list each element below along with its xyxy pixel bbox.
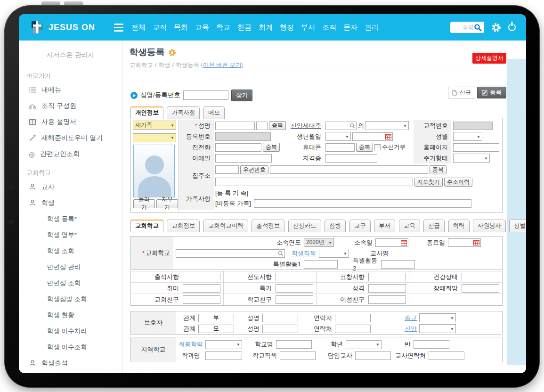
sidebar-item-student-completion-search[interactable]: 학생 이수조회 [19, 339, 122, 355]
guardian1-religion-select[interactable]: ▼ [419, 313, 456, 322]
faith-link[interactable]: 신앙 [393, 325, 417, 333]
menu-item[interactable]: 조직 [321, 21, 338, 34]
faith-head-link[interactable]: 신앙세대주 [291, 122, 321, 130]
school-friend-input[interactable] [276, 295, 313, 304]
menu-item[interactable]: 학교 [215, 21, 232, 34]
student-role-select[interactable]: ▼ [319, 249, 349, 258]
email-input[interactable] [215, 154, 272, 163]
guardian2-faith-select[interactable]: ▼ [419, 324, 456, 333]
guardian2-contact-input[interactable] [335, 325, 371, 333]
member-type-select[interactable]: 새가족 ▼ [133, 121, 176, 130]
school-name-input[interactable] [276, 340, 312, 349]
register-button[interactable]: 등록 [477, 87, 506, 98]
religion-link[interactable]: 종교 [393, 314, 417, 322]
tab-church-school-history[interactable]: 교회학교이력 [203, 220, 248, 232]
detailed-manual-button[interactable]: 상세설명서 [472, 53, 506, 64]
tab-church-school[interactable]: 교회학교 [130, 220, 163, 232]
menu-item[interactable]: 목회 [172, 21, 189, 34]
global-search[interactable] [450, 22, 484, 33]
tab-department[interactable]: 부서 [374, 220, 395, 232]
sidebar-item-class-assign-search[interactable]: 반편성 조회 [19, 275, 122, 291]
sidebar-item-user-manual[interactable]: 사용 설명서 [19, 114, 122, 130]
refuse-receive-checkbox[interactable] [374, 144, 381, 150]
sidebar-item-quick-member-lookup[interactable]: ◎ 간편교인조회 [19, 146, 122, 162]
menu-item[interactable]: 교적 [151, 21, 168, 34]
member-subtype-select[interactable]: ▼ [133, 133, 176, 142]
church-friend-input[interactable] [183, 295, 220, 304]
menu-item[interactable]: 전체 [130, 21, 147, 34]
guardian1-contact-input[interactable] [335, 314, 371, 322]
guardian1-name-input[interactable] [262, 314, 298, 322]
breadcrumb-item[interactable]: 교회학교 [130, 62, 153, 68]
hobby-input[interactable] [183, 284, 220, 293]
menu-item[interactable]: 관리 [363, 21, 380, 34]
tab-volunteer[interactable]: 자원봉사 [473, 220, 506, 232]
sidebar-item-student-search[interactable]: 학생 조회 [19, 243, 122, 259]
attendance-note-input[interactable] [183, 273, 220, 281]
new-button[interactable]: 신규 [448, 87, 475, 98]
mobile-duplicate-button[interactable]: 중복 [356, 143, 373, 152]
photo-delete-button[interactable]: 지우기 [156, 199, 178, 208]
address2-input[interactable] [215, 178, 413, 186]
sidebar-item-student-status[interactable]: 학생 현황 [19, 307, 122, 323]
birth-calendar-icon[interactable] [385, 133, 391, 139]
find-button[interactable]: 찾기 [231, 90, 252, 101]
tab-personal-info[interactable]: 개인정보 [130, 106, 163, 119]
tab-attendance-info[interactable]: 출석정보 [252, 220, 284, 232]
evangelism-input[interactable] [276, 273, 313, 281]
sidebar-item-student-completion-process[interactable]: 학생 이수처리 [19, 323, 122, 339]
other-friend-input[interactable] [368, 295, 406, 304]
homepage-input[interactable] [453, 143, 499, 152]
homeroom-teacher-input[interactable] [355, 351, 391, 360]
address-duplicate-button[interactable]: 중복 [430, 165, 447, 174]
tab-memo[interactable]: 메모 [203, 106, 225, 119]
sidebar-item-student[interactable]: 학생 [19, 195, 122, 211]
sidebar-item-class-assign-manage[interactable]: 반편성 관리 [19, 259, 122, 275]
final-education-select[interactable]: ▼ [205, 340, 242, 349]
family-unregistered-input[interactable] [254, 199, 471, 208]
previous-version-link[interactable]: 이전 버전 보기 [203, 62, 242, 68]
end-date-calendar-icon[interactable] [473, 239, 479, 245]
search-icon[interactable] [474, 24, 482, 32]
commendation-input[interactable] [368, 273, 406, 281]
guardian2-relation-input[interactable] [198, 325, 234, 333]
tab-education[interactable]: 교육 [399, 220, 420, 232]
tab-church-info[interactable]: 교회정보 [167, 220, 200, 232]
home-phone-duplicate-button[interactable]: 중복 [263, 143, 280, 152]
page-settings-gear-icon[interactable] [168, 49, 176, 57]
sidebar-item-newyear-helper[interactable]: 새해준비도우미 열기 [19, 130, 122, 146]
photo-upload-button[interactable]: 올리기 [133, 199, 155, 208]
home-phone-input[interactable] [215, 143, 261, 152]
tab-parish[interactable]: 교구 [349, 220, 371, 232]
mobile-input[interactable] [325, 143, 355, 152]
map-find-button[interactable]: 지도찾기 [414, 178, 443, 187]
name-input[interactable] [215, 122, 255, 130]
tab-academic[interactable]: 학력 [448, 220, 470, 232]
sidebar-item-student-register[interactable]: 학생 등록* [19, 211, 122, 227]
church-school-search-icon[interactable] [278, 251, 284, 256]
menu-item[interactable]: 회계 [257, 21, 274, 34]
power-icon[interactable] [508, 24, 516, 31]
settings-gear-icon[interactable] [491, 23, 501, 33]
menu-item[interactable]: 교육 [194, 21, 211, 34]
tab-family-info[interactable]: 가족사항 [167, 106, 200, 119]
guardian2-name-input[interactable] [262, 325, 298, 333]
sidebar-item-org-members[interactable]: 조직 구성원 [19, 98, 122, 114]
menu-item[interactable]: 헌금 [236, 21, 253, 34]
housing-select[interactable]: ▼ [453, 154, 490, 163]
zipcode-button[interactable]: 우편번호 [240, 165, 268, 174]
zipcode-input[interactable] [215, 165, 239, 174]
menu-item[interactable]: 부서 [300, 21, 317, 34]
sidebar-item-my-menu[interactable]: 내메뉴 [19, 82, 122, 98]
hamburger-menu-icon[interactable] [114, 24, 123, 32]
sidebar-item-teacher[interactable]: 교사 [19, 179, 122, 195]
grade-select[interactable]: ▼ [346, 340, 382, 349]
final-education-link[interactable]: 최종학력 [176, 340, 203, 349]
talent-input[interactable] [276, 284, 313, 293]
join-date-calendar-icon[interactable] [401, 239, 407, 245]
activity1-input[interactable] [304, 260, 338, 269]
sidebar-item-student-visit-search[interactable]: 학생심방 조회 [19, 291, 122, 307]
gender-select[interactable]: ▼ [453, 132, 482, 141]
breadcrumb-item[interactable]: 학생 [158, 62, 170, 68]
department-input[interactable] [205, 351, 242, 360]
